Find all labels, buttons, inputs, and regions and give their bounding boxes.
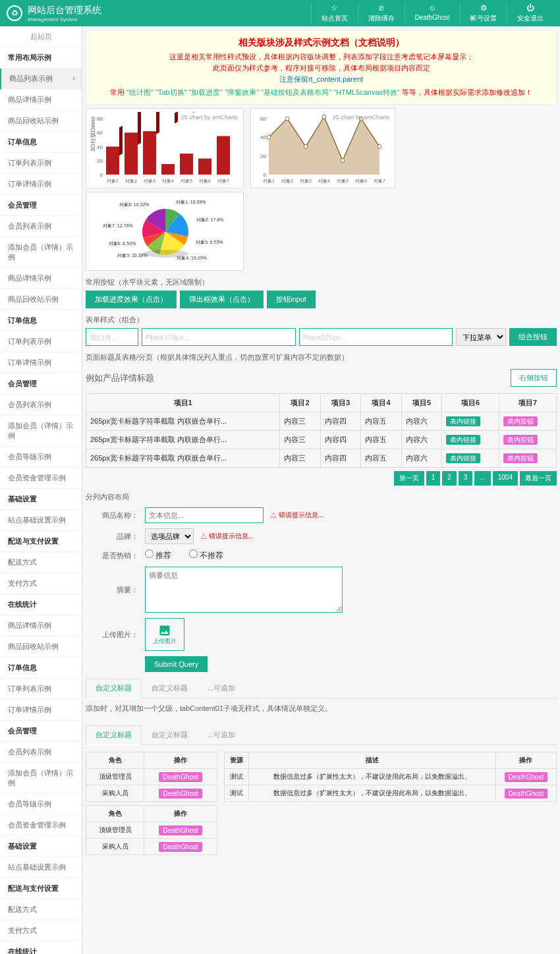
svg-text:对象6: 对象6 xyxy=(355,179,367,183)
page-btn[interactable]: 第一页 xyxy=(394,471,424,486)
input-1[interactable] xyxy=(86,328,138,346)
sidebar-item-3-0[interactable]: 订单列表示例 xyxy=(0,331,82,352)
sidebar-item-4-3[interactable]: 会员资金管理示例 xyxy=(0,468,82,489)
svg-rect-9 xyxy=(138,112,141,145)
link-badge[interactable]: 表内链接 xyxy=(446,435,480,445)
action-badge[interactable]: 表内按钮 xyxy=(503,435,538,445)
sidebar-item-6-0[interactable]: 配送方式 xyxy=(0,552,82,573)
sidebar-head-10[interactable]: 基础设置 xyxy=(0,836,82,857)
sidebar-item-9-2[interactable]: 会员等级示例 xyxy=(0,794,82,815)
product-name-input[interactable] xyxy=(145,507,264,523)
role-table-1: 角色操作顶级管理员DeathGhost采购人员DeathGhost xyxy=(86,752,217,802)
nav-2[interactable]: ☺DeathGhost xyxy=(405,3,460,23)
sidebar-item-9-1[interactable]: 添加会员（详情）示例 xyxy=(0,763,82,794)
radio-recommend xyxy=(145,549,154,558)
svg-rect-17 xyxy=(180,154,193,175)
svg-text:对象7: 对象7 xyxy=(374,179,385,183)
upload-button[interactable]: 上传图片 xyxy=(145,618,184,651)
sidebar-item-7-1[interactable]: 商品回收站示例 xyxy=(0,636,82,658)
summary-textarea[interactable] xyxy=(145,567,343,613)
brand-select[interactable]: 选项品牌 xyxy=(145,528,194,544)
nav-3[interactable]: ⚙帐号设置 xyxy=(460,3,507,23)
svg-point-54 xyxy=(142,250,188,258)
svg-rect-23 xyxy=(217,136,230,175)
tab-1[interactable]: 自定义标题 xyxy=(86,679,142,698)
sidebar-head-12[interactable]: 在线统计 xyxy=(0,941,82,954)
page-btn[interactable]: 3 xyxy=(459,471,473,486)
sidebar-item-6-1[interactable]: 支付方式 xyxy=(0,573,82,594)
page-btn[interactable]: 2 xyxy=(442,471,457,486)
svg-point-36 xyxy=(304,145,308,149)
page-btn[interactable]: 1 xyxy=(426,471,441,486)
sidebar-item-9-0[interactable]: 会员列表示例 xyxy=(0,742,82,763)
sidebar-head-1[interactable]: 订单信息 xyxy=(0,132,82,153)
sidebar-head-4[interactable]: 会员管理 xyxy=(0,374,82,395)
sidebar-item-10-0[interactable]: 站点基础设置示例 xyxy=(0,857,82,878)
sidebar: 起始页 常用布局示例商品列表示例商品详情示例商品回收站示例订单信息订单列表示例订… xyxy=(0,26,82,954)
input-button[interactable]: 按钮input xyxy=(267,291,316,308)
tab-3[interactable]: ...可追加 xyxy=(198,679,245,698)
sidebar-item-8-1[interactable]: 订单详情示例 xyxy=(0,700,82,721)
table-title: 页面标题及表格/分页（根据具体情况列入重点，切勿放置可扩展内容不定的数据） xyxy=(86,352,557,362)
pie-chart: 对象1: 10.39%对象2: 17.8%对象3: 6.53%对象4: 19.2… xyxy=(86,192,244,271)
svg-point-32 xyxy=(267,135,271,139)
tab-1b[interactable]: 自定义标题 xyxy=(86,725,142,745)
nav-4[interactable]: ⏻安全退出 xyxy=(507,3,553,23)
sidebar-item-0-2[interactable]: 商品回收站示例 xyxy=(0,111,82,132)
sidebar-item-4-2[interactable]: 会员等级示例 xyxy=(0,447,82,468)
popup-button[interactable]: 弹出框效果（点击） xyxy=(180,291,264,308)
input-3[interactable] xyxy=(299,328,453,346)
load-progress-button[interactable]: 加载进度效果（点击） xyxy=(86,291,177,308)
tab-2b[interactable]: 自定义标题 xyxy=(142,725,198,744)
sidebar-item-1-1[interactable]: 订单详情示例 xyxy=(0,174,82,195)
sidebar-item-0-0[interactable]: 商品列表示例 xyxy=(0,69,82,90)
input-2[interactable] xyxy=(142,328,296,346)
sidebar-item-11-1[interactable]: 支付方式 xyxy=(0,920,82,941)
tab-2[interactable]: 自定义标题 xyxy=(142,679,198,698)
sidebar-item-4-1[interactable]: 添加会员（详情）示例 xyxy=(0,416,82,447)
sidebar-head-9[interactable]: 会员管理 xyxy=(0,721,82,742)
sidebar-item-9-3[interactable]: 会员资金管理示例 xyxy=(0,815,82,836)
sidebar-head-2[interactable]: 会员管理 xyxy=(0,195,82,216)
svg-point-34 xyxy=(285,117,289,121)
sidebar-head-8[interactable]: 订单信息 xyxy=(0,658,82,679)
doc-title: 相关版块涉及样式示例文档（文档说明） xyxy=(93,37,549,49)
sidebar-item-5-0[interactable]: 站点基础设置示例 xyxy=(0,510,82,531)
image-icon xyxy=(158,624,171,637)
link-badge[interactable]: 表内链接 xyxy=(446,453,480,463)
combo-button[interactable]: 组合按钮 xyxy=(509,328,557,346)
nav-1[interactable]: ⎚清除缓存 xyxy=(358,3,405,23)
action-badge[interactable]: 表内按钮 xyxy=(503,416,538,426)
sidebar-head-5[interactable]: 基础设置 xyxy=(0,489,82,510)
right-button[interactable]: 右侧按钮 xyxy=(511,369,557,387)
submit-button[interactable]: Submit Query xyxy=(145,656,208,672)
sidebar-item-0-1[interactable]: 商品详情示例 xyxy=(0,90,82,111)
sidebar-item-4-0[interactable]: 会员列表示例 xyxy=(0,395,82,416)
sidebar-head-6[interactable]: 配送与支付设置 xyxy=(0,531,82,552)
svg-rect-15 xyxy=(175,112,178,124)
nav-0[interactable]: ☆站点首页 xyxy=(311,3,358,23)
sidebar-start[interactable]: 起始页 xyxy=(0,26,82,47)
sidebar-head-0[interactable]: 常用布局示例 xyxy=(0,47,82,69)
sidebar-item-11-0[interactable]: 配送方式 xyxy=(0,899,82,920)
sidebar-head-11[interactable]: 配送与支付设置 xyxy=(0,878,82,899)
sidebar-item-3-1[interactable]: 订单详情示例 xyxy=(0,352,82,374)
sidebar-item-2-1[interactable]: 添加会员（详情）示例 xyxy=(0,237,82,268)
svg-text:对象3: 对象3 xyxy=(144,179,155,183)
sidebar-head-7[interactable]: 在线统计 xyxy=(0,594,82,615)
tab-3b[interactable]: ...可追加 xyxy=(198,725,245,744)
action-badge[interactable]: 表内按钮 xyxy=(503,453,538,463)
sidebar-item-8-0[interactable]: 订单列表示例 xyxy=(0,679,82,700)
app-subtitle: Management System xyxy=(28,16,101,22)
page-btn[interactable]: 最后一页 xyxy=(520,471,557,486)
dropdown[interactable]: 下拉菜单 xyxy=(456,328,506,346)
sidebar-item-7-0[interactable]: 商品详情示例 xyxy=(0,615,82,636)
sidebar-head-3[interactable]: 订单信息 xyxy=(0,310,82,331)
link-badge[interactable]: 表内链接 xyxy=(446,416,480,426)
page-btn[interactable]: 1004 xyxy=(493,471,518,486)
sidebar-item-2-3[interactable]: 商品回收站示例 xyxy=(0,289,82,310)
sidebar-item-2-2[interactable]: 商品详情示例 xyxy=(0,268,82,289)
sidebar-item-2-0[interactable]: 会员列表示例 xyxy=(0,216,82,237)
page-btn[interactable]: ... xyxy=(474,471,490,486)
sidebar-item-1-0[interactable]: 订单列表示例 xyxy=(0,153,82,174)
